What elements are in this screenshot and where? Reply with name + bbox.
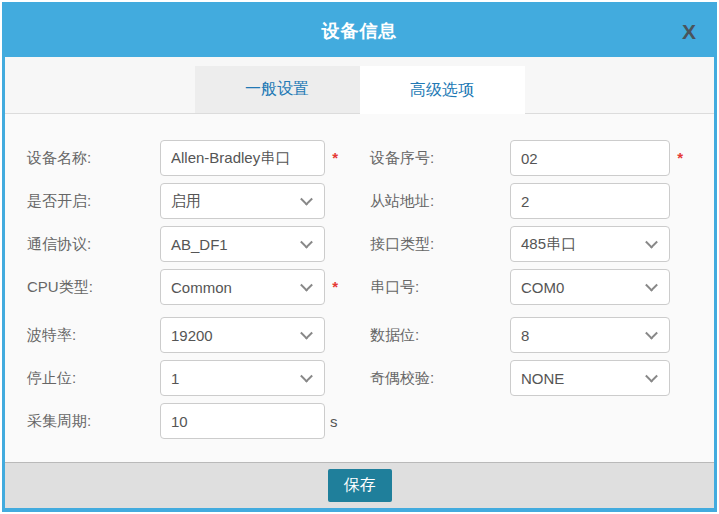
chevron-down-icon bbox=[645, 236, 658, 249]
slave-address-label: 从站地址: bbox=[370, 192, 510, 211]
chevron-down-icon bbox=[300, 193, 313, 206]
cpu-type-label: CPU类型: bbox=[27, 278, 160, 297]
form-row: 是否开启: 启用 从站地址: bbox=[27, 183, 714, 219]
form-row: 波特率: 19200 数据位: 8 bbox=[27, 317, 714, 353]
baud-rate-select-value: 19200 bbox=[171, 327, 213, 344]
protocol-label: 通信协议: bbox=[27, 235, 160, 254]
parity-select[interactable]: NONE bbox=[510, 360, 670, 396]
protocol-select[interactable]: AB_DF1 bbox=[160, 226, 325, 262]
device-name-input[interactable] bbox=[160, 140, 325, 176]
chevron-down-icon bbox=[300, 370, 313, 383]
stop-bits-select-value: 1 bbox=[171, 370, 179, 387]
chevron-down-icon bbox=[300, 327, 313, 340]
chevron-down-icon bbox=[645, 279, 658, 292]
stop-bits-select[interactable]: 1 bbox=[160, 360, 325, 396]
form-row: 停止位: 1 奇偶校验: NONE bbox=[27, 360, 714, 396]
interface-type-label: 接口类型: bbox=[370, 235, 510, 254]
form-row: 采集周期: s bbox=[27, 403, 714, 439]
interface-type-select-value: 485串口 bbox=[521, 235, 576, 254]
data-bits-select-value: 8 bbox=[521, 327, 529, 344]
save-button[interactable]: 保存 bbox=[328, 469, 392, 502]
required-marker: * bbox=[677, 149, 683, 166]
enable-label: 是否开启: bbox=[27, 192, 160, 211]
slave-address-input[interactable] bbox=[510, 183, 670, 219]
interface-type-select[interactable]: 485串口 bbox=[510, 226, 670, 262]
chevron-down-icon bbox=[300, 236, 313, 249]
serial-port-select-value: COM0 bbox=[521, 279, 564, 296]
form-row: 通信协议: AB_DF1 接口类型: 485串口 bbox=[27, 226, 714, 262]
close-icon[interactable]: X bbox=[682, 21, 696, 42]
cpu-type-select[interactable]: Common bbox=[160, 269, 325, 305]
device-serial-label: 设备序号: bbox=[370, 149, 510, 168]
collect-period-input[interactable] bbox=[160, 403, 325, 439]
required-marker: * bbox=[332, 149, 338, 166]
protocol-select-value: AB_DF1 bbox=[171, 236, 228, 253]
dialog-titlebar: 设备信息 X bbox=[5, 5, 714, 57]
device-info-dialog: 设备信息 X 一般设置 高级选项 设备名称: * 设备序号: * 是否开启: 启… bbox=[2, 2, 717, 512]
baud-rate-label: 波特率: bbox=[27, 326, 160, 345]
chevron-down-icon bbox=[645, 327, 658, 340]
collect-period-unit: s bbox=[330, 413, 338, 430]
collect-period-label: 采集周期: bbox=[27, 412, 160, 431]
dialog-footer: 保存 bbox=[5, 462, 714, 508]
parity-label: 奇偶校验: bbox=[370, 369, 510, 388]
device-form: 设备名称: * 设备序号: * 是否开启: 启用 从站地址: bbox=[5, 114, 714, 462]
stop-bits-label: 停止位: bbox=[27, 369, 160, 388]
chevron-down-icon bbox=[300, 279, 313, 292]
serial-port-select[interactable]: COM0 bbox=[510, 269, 670, 305]
tab-general-settings[interactable]: 一般设置 bbox=[195, 66, 360, 113]
cpu-type-select-value: Common bbox=[171, 279, 232, 296]
required-marker: * bbox=[332, 278, 338, 295]
serial-port-label: 串口号: bbox=[370, 278, 510, 297]
enable-select[interactable]: 启用 bbox=[160, 183, 325, 219]
data-bits-label: 数据位: bbox=[370, 326, 510, 345]
tab-strip: 一般设置 高级选项 bbox=[5, 57, 714, 114]
tab-advanced-options[interactable]: 高级选项 bbox=[360, 66, 525, 114]
dialog-title: 设备信息 bbox=[322, 19, 398, 43]
enable-select-value: 启用 bbox=[171, 192, 201, 211]
device-serial-input[interactable] bbox=[510, 140, 670, 176]
form-row: CPU类型: Common * 串口号: COM0 bbox=[27, 269, 714, 305]
chevron-down-icon bbox=[645, 370, 658, 383]
parity-select-value: NONE bbox=[521, 370, 564, 387]
form-row: 设备名称: * 设备序号: * bbox=[27, 140, 714, 176]
data-bits-select[interactable]: 8 bbox=[510, 317, 670, 353]
baud-rate-select[interactable]: 19200 bbox=[160, 317, 325, 353]
device-name-label: 设备名称: bbox=[27, 149, 160, 168]
